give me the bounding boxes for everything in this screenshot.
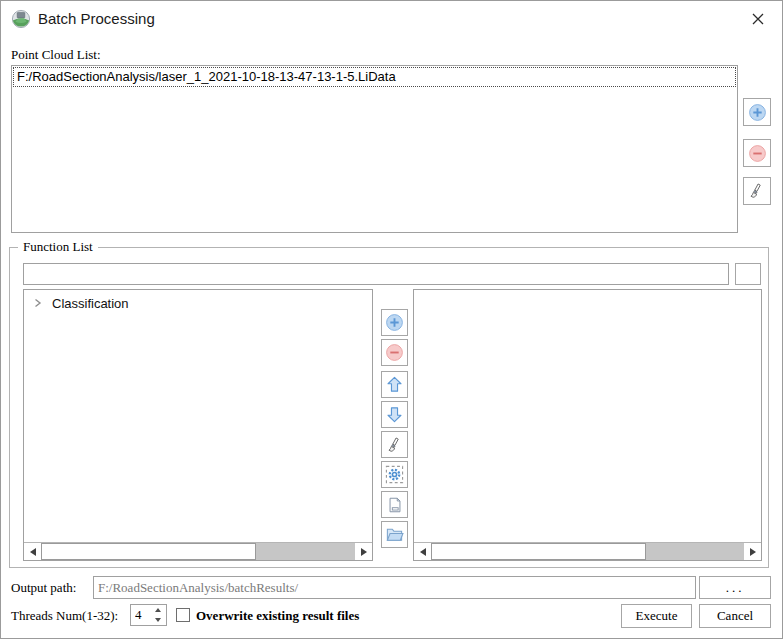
spin-up-button[interactable] <box>151 605 164 615</box>
load-config-button[interactable] <box>381 521 408 548</box>
threads-input[interactable] <box>131 605 151 625</box>
cancel-button[interactable]: Cancel <box>699 604 771 628</box>
window-title: Batch Processing <box>38 1 155 37</box>
batch-processing-dialog: Batch Processing Point Cloud List: F:/Ro… <box>0 0 783 639</box>
overwrite-label: Overwrite existing result files <box>196 608 359 624</box>
clean-icon <box>748 182 766 200</box>
titlebar: Batch Processing <box>1 1 782 37</box>
settings-gear-icon <box>385 465 404 484</box>
clean-icon <box>386 436 404 454</box>
scrollbar-track[interactable] <box>646 543 744 560</box>
triangle-left-icon <box>420 548 426 556</box>
add-point-cloud-button[interactable] <box>743 98 771 126</box>
output-path-input[interactable] <box>93 576 696 599</box>
selected-functions-panel[interactable] <box>413 289 762 561</box>
triangle-down-icon <box>155 618 161 622</box>
triangle-right-icon <box>361 548 367 556</box>
remove-icon <box>385 343 404 362</box>
threads-num-label: Threads Num(1-32): <box>11 608 118 624</box>
horizontal-scrollbar[interactable] <box>414 542 761 560</box>
point-cloud-list-item[interactable]: F:/RoadSectionAnalysis/laser_1_2021-10-1… <box>13 67 736 87</box>
scroll-right-button[interactable] <box>744 543 761 560</box>
point-cloud-list-label: Point Cloud List: <box>11 47 101 63</box>
function-list-label: Function List <box>18 239 98 255</box>
scrollbar-thumb[interactable] <box>431 543 646 560</box>
add-icon <box>748 103 767 122</box>
search-button[interactable] <box>735 263 761 285</box>
output-path-label: Output path: <box>11 580 76 596</box>
browse-button[interactable]: ... <box>699 576 771 599</box>
add-function-button[interactable] <box>381 309 408 336</box>
triangle-right-icon <box>750 548 756 556</box>
function-tree-panel[interactable]: Classification <box>23 289 373 561</box>
clear-point-cloud-button[interactable] <box>743 177 771 205</box>
triangle-left-icon <box>30 548 36 556</box>
save-icon <box>386 496 404 514</box>
open-folder-icon <box>385 525 404 544</box>
scroll-left-button[interactable] <box>24 543 41 560</box>
chevron-right-icon[interactable] <box>33 296 42 311</box>
close-icon <box>751 12 765 29</box>
save-config-button[interactable] <box>381 491 408 518</box>
move-down-button[interactable] <box>381 401 408 428</box>
tree-item-classification[interactable]: Classification <box>24 290 372 311</box>
point-cloud-list[interactable]: F:/RoadSectionAnalysis/laser_1_2021-10-1… <box>11 65 738 233</box>
move-up-button[interactable] <box>381 371 408 398</box>
function-search-input[interactable] <box>23 263 729 285</box>
threads-spinner[interactable] <box>130 604 167 626</box>
execute-button[interactable]: Execute <box>621 604 692 628</box>
remove-function-button[interactable] <box>381 339 408 366</box>
move-down-icon <box>385 405 404 424</box>
clear-functions-button[interactable] <box>381 431 408 458</box>
horizontal-scrollbar[interactable] <box>24 542 372 560</box>
close-button[interactable] <box>742 5 774 35</box>
overwrite-checkbox[interactable] <box>176 608 190 622</box>
remove-icon <box>748 144 767 163</box>
tree-item-label: Classification <box>52 296 129 311</box>
settings-button[interactable] <box>381 461 408 488</box>
spin-down-button[interactable] <box>151 615 164 625</box>
move-up-icon <box>385 375 404 394</box>
add-icon <box>385 313 404 332</box>
scroll-left-button[interactable] <box>414 543 431 560</box>
remove-point-cloud-button[interactable] <box>743 139 771 167</box>
triangle-up-icon <box>155 608 161 612</box>
scroll-right-button[interactable] <box>355 543 372 560</box>
scrollbar-thumb[interactable] <box>41 543 256 560</box>
app-logo-icon <box>11 9 31 29</box>
scrollbar-track[interactable] <box>256 543 355 560</box>
